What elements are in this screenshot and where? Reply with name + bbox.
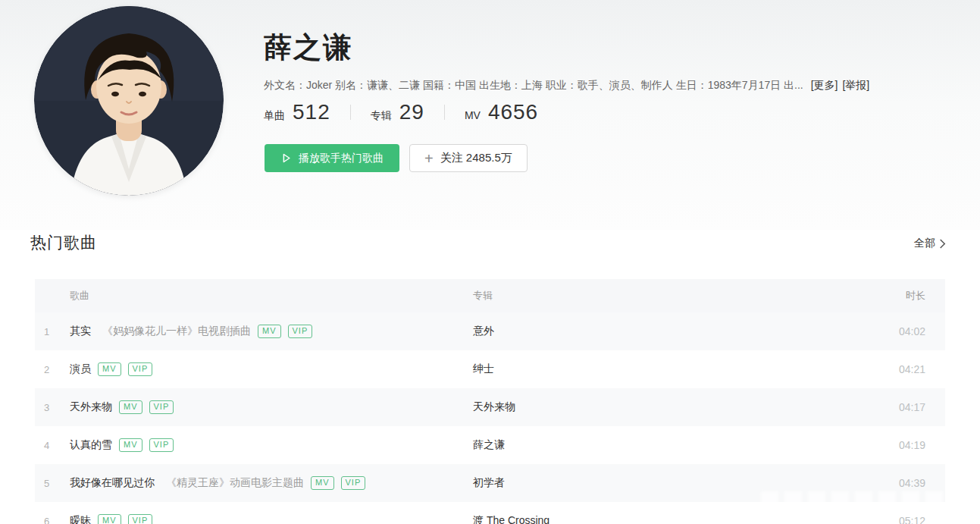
table-row[interactable]: 1 其实 《妈妈像花儿一样》电视剧插曲 MV VIP 意外 04:02 xyxy=(35,312,945,350)
song-title[interactable]: 认真的雪 xyxy=(70,438,112,452)
table-row[interactable]: 3 天外来物 MV VIP 天外来物 04:17 xyxy=(35,388,945,426)
duration-cell: 05:12 xyxy=(872,515,945,524)
stat-divider xyxy=(444,105,445,120)
duration-cell: 04:02 xyxy=(872,325,945,337)
song-subtitle: 《精灵王座》动画电影主题曲 xyxy=(166,476,304,490)
song-title[interactable]: 我好像在哪见过你 xyxy=(70,476,155,490)
artist-photo xyxy=(34,6,224,196)
stat-singles-value: 512 xyxy=(293,100,330,124)
album-cell[interactable]: 渡 The Crossing xyxy=(473,514,872,524)
vip-badge: VIP xyxy=(128,514,153,524)
row-index: 5 xyxy=(35,478,70,489)
stat-albums-label: 专辑 xyxy=(371,109,392,123)
artist-actions: 播放歌手热门歌曲 + 关注 2485.5万 xyxy=(265,144,528,172)
vip-badge: VIP xyxy=(341,476,366,490)
chevron-right-icon xyxy=(938,239,947,249)
vip-badge: VIP xyxy=(128,362,153,376)
album-cell[interactable]: 初学者 xyxy=(473,476,872,490)
mv-badge[interactable]: MV xyxy=(119,400,142,414)
song-cell: 演员 MV VIP xyxy=(70,362,473,376)
row-index: 1 xyxy=(35,326,70,337)
album-cell[interactable]: 绅士 xyxy=(473,362,872,376)
header-duration: 时长 xyxy=(872,289,945,303)
song-title[interactable]: 天外来物 xyxy=(70,400,112,414)
stat-mv-label: MV xyxy=(465,109,481,121)
duration-cell: 04:21 xyxy=(872,363,945,375)
mv-badge[interactable]: MV xyxy=(98,514,121,524)
album-cell[interactable]: 薛之谦 xyxy=(473,438,872,452)
artist-page: 薛之谦 外文名：Joker 别名：谦谦、二谦 国籍：中国 出生地：上海 职业：歌… xyxy=(0,0,980,524)
more-link[interactable]: [更多] xyxy=(811,79,838,91)
header-album: 专辑 xyxy=(473,289,872,303)
header-song: 歌曲 xyxy=(70,289,473,303)
report-link[interactable]: [举报] xyxy=(842,79,869,91)
play-hot-songs-button[interactable]: 播放歌手热门歌曲 xyxy=(265,144,399,172)
table-row[interactable]: 5 我好像在哪见过你 《精灵王座》动画电影主题曲 MV VIP 初学者 04:3… xyxy=(35,464,945,502)
table-row[interactable]: 2 演员 MV VIP 绅士 04:21 xyxy=(35,350,945,388)
vip-badge: VIP xyxy=(288,325,313,338)
vip-badge: VIP xyxy=(149,438,174,452)
mv-badge[interactable]: MV xyxy=(119,438,142,452)
plus-icon: + xyxy=(424,151,434,166)
view-all-link[interactable]: 全部 xyxy=(914,237,947,250)
song-cell: 我好像在哪见过你 《精灵王座》动画电影主题曲 MV VIP xyxy=(70,476,473,490)
song-title[interactable]: 暧昧 xyxy=(70,514,91,524)
table-header: 歌曲 专辑 时长 xyxy=(35,279,945,312)
artist-avatar[interactable] xyxy=(34,6,224,196)
artist-stats: 单曲 512 专辑 29 MV 4656 xyxy=(264,100,538,124)
song-cell: 天外来物 MV VIP xyxy=(70,400,473,414)
album-cell[interactable]: 天外来物 xyxy=(473,400,872,414)
song-subtitle: 《妈妈像花儿一样》电视剧插曲 xyxy=(102,325,251,338)
row-index: 4 xyxy=(35,440,70,451)
follow-button[interactable]: + 关注 2485.5万 xyxy=(409,144,528,172)
song-title[interactable]: 演员 xyxy=(70,362,91,376)
artist-hero: 薛之谦 外文名：Joker 别名：谦谦、二谦 国籍：中国 出生地：上海 职业：歌… xyxy=(0,0,980,230)
table-row[interactable]: 4 认真的雪 MV VIP 薛之谦 04:19 xyxy=(35,426,945,464)
vip-badge: VIP xyxy=(149,400,174,414)
mv-badge[interactable]: MV xyxy=(311,476,334,490)
artist-name: 薛之谦 xyxy=(264,29,352,67)
mv-badge[interactable]: MV xyxy=(258,325,281,338)
play-icon xyxy=(280,152,292,164)
table-row[interactable]: 6 暧昧 MV VIP 渡 The Crossing 05:12 xyxy=(35,502,945,524)
song-cell: 其实 《妈妈像花儿一样》电视剧插曲 MV VIP xyxy=(70,325,473,338)
duration-cell: 04:39 xyxy=(872,477,945,489)
stat-albums-value: 29 xyxy=(399,100,424,124)
artist-info: 外文名：Joker 别名：谦谦、二谦 国籍：中国 出生地：上海 职业：歌手、演员… xyxy=(264,79,869,93)
album-cell[interactable]: 意外 xyxy=(473,325,872,338)
view-all-label: 全部 xyxy=(914,237,935,250)
mv-badge[interactable]: MV xyxy=(98,362,121,376)
stat-mv-value: 4656 xyxy=(488,100,538,124)
row-index: 2 xyxy=(35,364,70,375)
song-title[interactable]: 其实 xyxy=(70,325,91,338)
section-title: 热门歌曲 xyxy=(30,232,97,253)
song-cell: 认真的雪 MV VIP xyxy=(70,438,473,452)
hot-songs-table: 歌曲 专辑 时长 1 其实 《妈妈像花儿一样》电视剧插曲 MV VIP 意外 0… xyxy=(35,279,945,524)
stat-singles-label: 单曲 xyxy=(264,109,285,123)
duration-cell: 04:17 xyxy=(872,401,945,413)
stat-divider xyxy=(350,105,351,120)
song-cell: 暧昧 MV VIP xyxy=(70,514,473,524)
row-index: 6 xyxy=(35,516,70,524)
duration-cell: 04:19 xyxy=(872,439,945,451)
play-button-label: 播放歌手热门歌曲 xyxy=(299,152,384,165)
artist-info-text: 外文名：Joker 别名：谦谦、二谦 国籍：中国 出生地：上海 职业：歌手、演员… xyxy=(264,79,803,91)
follow-button-label: 关注 2485.5万 xyxy=(440,151,512,165)
row-index: 3 xyxy=(35,402,70,413)
